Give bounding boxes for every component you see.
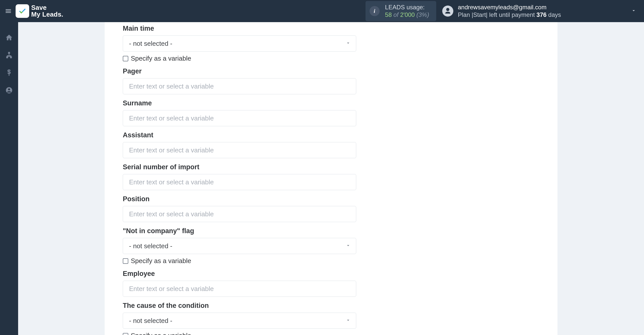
hamburger-icon (5, 8, 12, 15)
input-employee[interactable]: Enter text or select a variable (123, 281, 356, 297)
checkbox-label-cause[interactable]: Specify as a variable (131, 332, 191, 335)
chevron-down-icon (631, 8, 636, 13)
input-serial[interactable]: Enter text or select a variable (123, 174, 356, 190)
placeholder-employee: Enter text or select a variable (129, 285, 214, 293)
user-plan: Plan |Start| left until payment 376 days (458, 11, 561, 19)
sidebar-billing[interactable] (2, 67, 16, 78)
label-main-time: Main time (123, 25, 356, 32)
form-card: Main time - not selected - Specify as a … (105, 22, 557, 335)
field-serial: Serial number of import Enter text or se… (123, 163, 356, 190)
sidebar (0, 22, 18, 335)
field-surname: Surname Enter text or select a variable (123, 99, 356, 126)
chevron-down-icon (345, 317, 351, 325)
label-surname: Surname (123, 99, 356, 107)
avatar (442, 6, 453, 17)
plan-days-suffix: days (547, 11, 561, 18)
chevron-down-icon (345, 40, 351, 48)
select-cause-value: - not selected - (129, 317, 172, 325)
select-not-in-company-value: - not selected - (129, 242, 172, 250)
placeholder-position: Enter text or select a variable (129, 210, 214, 218)
placeholder-assistant: Enter text or select a variable (129, 146, 214, 154)
user-icon (444, 7, 452, 15)
check-icon (18, 7, 27, 15)
info-icon: i (370, 6, 380, 16)
page-scroll[interactable]: Main time - not selected - Specify as a … (18, 22, 644, 335)
usage-total: 2'000 (400, 11, 415, 18)
placeholder-serial: Enter text or select a variable (129, 178, 214, 186)
sidebar-account[interactable] (2, 85, 16, 96)
checkbox-label-main-time[interactable]: Specify as a variable (131, 55, 191, 62)
field-employee: Employee Enter text or select a variable (123, 270, 356, 297)
sitemap-icon (5, 51, 13, 59)
label-pager: Pager (123, 67, 356, 75)
plan-prefix: Plan |Start| left until payment (458, 11, 537, 18)
label-cause: The cause of the condition (123, 302, 356, 310)
field-cause: The cause of the condition - not selecte… (123, 302, 356, 335)
user-circle-icon (5, 87, 13, 94)
dollar-icon (5, 69, 13, 76)
user-menu-chevron (631, 8, 636, 14)
label-assistant: Assistant (123, 131, 356, 139)
field-not-in-company: "Not in company" flag - not selected - S… (123, 227, 356, 265)
app-header: Save My Leads. i LEADS usage: 58 of 2'00… (0, 0, 644, 22)
logo-mark (16, 4, 29, 18)
chevron-down-icon (345, 242, 351, 250)
usage-values: 58 of 2'000 (3%) (385, 11, 429, 19)
checkbox-not-in-company-var[interactable] (123, 258, 128, 264)
field-main-time: Main time - not selected - Specify as a … (123, 25, 356, 62)
field-assistant: Assistant Enter text or select a variabl… (123, 131, 356, 158)
usage-title: LEADS usage: (385, 4, 429, 11)
select-cause[interactable]: - not selected - (123, 313, 356, 329)
label-employee: Employee (123, 270, 356, 278)
sidebar-home[interactable] (2, 32, 16, 43)
field-pager: Pager Enter text or select a variable (123, 67, 356, 94)
select-main-time[interactable]: - not selected - (123, 35, 356, 52)
label-not-in-company: "Not in company" flag (123, 227, 356, 235)
menu-toggle-button[interactable] (3, 6, 14, 16)
user-email: andrewsavemyleads@gmail.com (458, 4, 561, 11)
usage-of: of (393, 11, 398, 18)
input-position[interactable]: Enter text or select a variable (123, 206, 356, 222)
input-pager[interactable]: Enter text or select a variable (123, 78, 356, 94)
user-menu[interactable]: andrewsavemyleads@gmail.com Plan |Start|… (442, 4, 636, 19)
field-position: Position Enter text or select a variable (123, 195, 356, 222)
usage-used: 58 (385, 11, 392, 18)
select-main-time-value: - not selected - (129, 40, 172, 48)
home-icon (5, 34, 13, 41)
svg-point-1 (8, 89, 10, 91)
logo-line2: My Leads. (31, 11, 63, 18)
logo-text: Save My Leads. (31, 4, 63, 18)
logo[interactable]: Save My Leads. (16, 4, 63, 18)
usage-percent: (3%) (416, 11, 429, 18)
plan-days: 376 (537, 11, 547, 18)
logo-line1: Save (31, 4, 63, 11)
input-surname[interactable]: Enter text or select a variable (123, 110, 356, 126)
checkbox-label-not-in-company[interactable]: Specify as a variable (131, 257, 191, 265)
checkbox-main-time-var[interactable] (123, 56, 128, 61)
label-position: Position (123, 195, 356, 203)
checkbox-cause-var[interactable] (123, 333, 128, 335)
input-assistant[interactable]: Enter text or select a variable (123, 142, 356, 158)
placeholder-pager: Enter text or select a variable (129, 82, 214, 90)
select-not-in-company[interactable]: - not selected - (123, 238, 356, 254)
sidebar-connections[interactable] (2, 49, 16, 61)
usage-box: i LEADS usage: 58 of 2'000 (3%) (366, 1, 436, 21)
label-serial: Serial number of import (123, 163, 356, 171)
placeholder-surname: Enter text or select a variable (129, 114, 214, 122)
